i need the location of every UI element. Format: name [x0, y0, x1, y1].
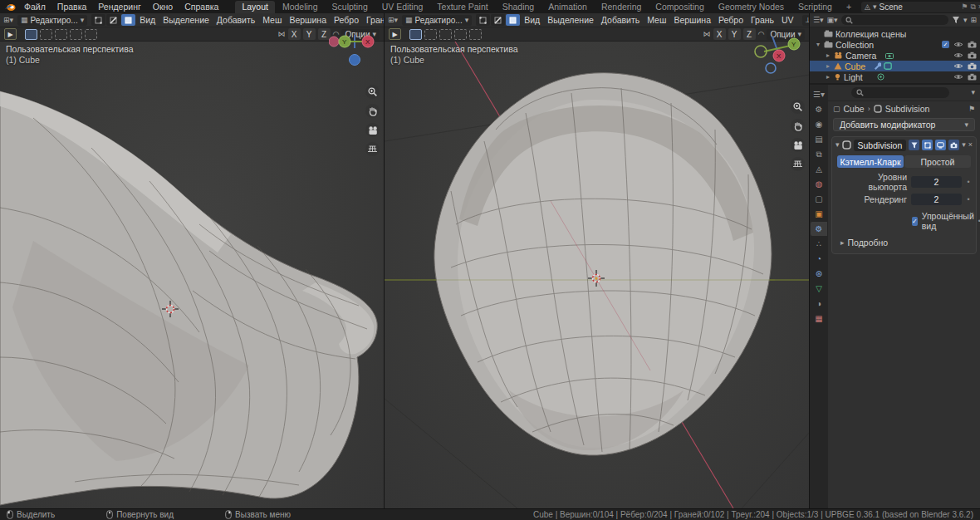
active-tool-icon[interactable]: ▶ [4, 28, 17, 40]
menu-select[interactable]: Выделение [163, 15, 209, 25]
optimal-display-checkbox[interactable]: ✓ [912, 217, 918, 226]
face-select-icon[interactable] [506, 14, 520, 26]
select-intersect-icon[interactable] [85, 29, 97, 40]
render-visibility-icon[interactable] [968, 41, 977, 48]
workspace-tab-animation[interactable]: Animation [541, 1, 594, 13]
select-invert-icon[interactable] [70, 29, 82, 40]
menu-mesh[interactable]: Меш [262, 15, 282, 25]
hide-eye-icon[interactable] [953, 52, 963, 59]
vertex-select-icon[interactable] [91, 14, 105, 26]
workspace-tab-uv-editing[interactable]: UV Editing [375, 1, 430, 13]
camera-view-icon[interactable] [365, 123, 380, 137]
hide-eye-icon[interactable] [953, 73, 963, 81]
close-icon[interactable]: × [968, 141, 973, 149]
outliner-row-light[interactable]: ▸ Light [810, 71, 980, 82]
select-subtract-icon[interactable] [55, 29, 67, 40]
viewport-left-canvas[interactable]: Пользовательская перспектива (1) Cube [0, 42, 384, 508]
blender-logo-icon[interactable] [5, 2, 16, 12]
menu-window[interactable]: Окно [153, 2, 173, 12]
scene-selector[interactable]: ◬ ▾ Scene ⚑ ⧉ × [861, 2, 980, 12]
tab-physics[interactable]: ◔ [811, 252, 827, 266]
tab-material[interactable]: ◑ [811, 297, 827, 311]
tab-tool[interactable]: ⚙ [811, 102, 827, 116]
viewport-right[interactable]: ⊞▾ ▦ Редактиро... ▾ Вид Выделение Добави… [385, 13, 810, 508]
menu-help[interactable]: Справка [184, 2, 218, 12]
expand-icon[interactable]: ▾ [815, 41, 821, 48]
menu-edge[interactable]: Ребро [718, 15, 743, 25]
add-modifier-button[interactable]: Добавить модификатор ▾ [833, 118, 975, 131]
mirror-y-button[interactable]: Y [728, 28, 741, 40]
mode-selector[interactable]: ▦ Редактиро... ▾ [17, 15, 87, 26]
tab-particles[interactable]: ∴ [811, 237, 827, 251]
edge-select-icon[interactable] [491, 14, 505, 26]
orientation-selector[interactable]: ⟂ Глоб... ▾ [802, 15, 809, 26]
menu-edge[interactable]: Ребро [334, 15, 359, 25]
breadcrumb-modifier[interactable]: Subdivision [885, 104, 930, 114]
render-visibility-icon[interactable] [968, 62, 977, 70]
new-collection-icon[interactable]: ⊞ [970, 17, 977, 24]
select-extend-icon[interactable] [424, 29, 437, 40]
mirror-x-button[interactable]: X [713, 28, 726, 40]
menu-uv[interactable]: UV [782, 15, 794, 25]
levels-viewport-field[interactable]: 2 [911, 176, 962, 188]
menu-mesh[interactable]: Меш [647, 15, 666, 25]
menu-vertex[interactable]: Вершина [674, 15, 711, 25]
tab-simple[interactable]: Простой [904, 155, 971, 168]
outliner-row-cube[interactable]: ▸ Cube [810, 61, 980, 71]
select-new-icon[interactable] [25, 29, 37, 40]
add-workspace-button[interactable]: + [840, 1, 858, 13]
extras-menu-icon[interactable]: ▾ [962, 141, 966, 149]
workspace-tab-geometry-nodes[interactable]: Geometry Nodes [712, 1, 791, 13]
zoom-icon[interactable] [791, 100, 805, 114]
workspace-tab-modeling[interactable]: Modeling [276, 1, 325, 13]
show-on-cage-icon[interactable] [909, 140, 919, 150]
tab-object[interactable]: ▣ [811, 207, 827, 221]
workspace-tab-compositing[interactable]: Compositing [649, 1, 710, 13]
navigation-gizmo[interactable]: Y X [754, 35, 806, 85]
copy-icon[interactable]: ⧉ [970, 2, 975, 12]
tab-scene[interactable]: ◬ [811, 162, 827, 176]
expand-icon[interactable]: ▸ [825, 73, 831, 81]
editor-type-icon[interactable]: ⊞▾ [388, 17, 398, 24]
menu-face[interactable]: Грань [751, 15, 774, 25]
filter-icon[interactable] [952, 16, 960, 24]
ortho-toggle-icon[interactable] [791, 157, 805, 171]
tab-render[interactable]: ◉ [811, 117, 827, 131]
workspace-tab-rendering[interactable]: Rendering [595, 1, 648, 13]
workspace-tab-shading[interactable]: Shading [496, 1, 541, 13]
render-visibility-icon[interactable] [968, 73, 977, 81]
outliner-row-camera[interactable]: ▸ Camera [810, 50, 980, 61]
mode-selector[interactable]: ▦ Редактиро... ▾ [402, 15, 472, 26]
select-extend-icon[interactable] [40, 29, 52, 40]
workspace-tab-texture-paint[interactable]: Texture Paint [430, 1, 494, 13]
show-realtime-icon[interactable] [935, 140, 946, 150]
expand-icon[interactable]: ▸ [825, 52, 831, 59]
mirror-y-button[interactable]: Y [303, 28, 316, 40]
pan-hand-icon[interactable] [365, 104, 380, 118]
menu-add[interactable]: Добавить [217, 15, 255, 25]
menu-render[interactable]: Рендеринг [98, 2, 140, 12]
pin-icon[interactable]: ⚑ [968, 105, 975, 113]
animate-dot-icon[interactable]: • [966, 178, 971, 186]
ortho-toggle-icon[interactable] [365, 142, 380, 156]
workspace-tab-sculpting[interactable]: Sculpting [326, 1, 375, 13]
menu-vertex[interactable]: Вершина [289, 15, 326, 25]
hide-eye-icon[interactable] [953, 41, 963, 48]
animate-dot-icon[interactable]: • [966, 195, 971, 204]
navigation-gizmo[interactable]: Y X [329, 35, 380, 83]
outliner-search-input[interactable] [841, 15, 948, 25]
zoom-icon[interactable] [365, 85, 380, 99]
tab-modifiers[interactable]: ⚙ [811, 222, 827, 236]
advanced-section-toggle[interactable]: ▸ Подробно [840, 238, 968, 248]
modifier-name-input[interactable]: Subdivision [854, 140, 907, 151]
tab-view-layer[interactable]: ⧉ [811, 147, 827, 161]
expand-icon[interactable]: ▸ [825, 62, 831, 70]
tab-collection[interactable]: ▢ [811, 192, 827, 206]
mirror-x-button[interactable]: X [288, 28, 301, 40]
render-visibility-icon[interactable] [968, 52, 977, 59]
breadcrumb-object[interactable]: Cube [844, 104, 865, 114]
menu-edit[interactable]: Правка [57, 2, 86, 12]
menu-view[interactable]: Вид [140, 15, 155, 25]
tab-object-data[interactable]: ▽ [811, 282, 827, 296]
collapse-icon[interactable]: ▾ [835, 141, 840, 149]
